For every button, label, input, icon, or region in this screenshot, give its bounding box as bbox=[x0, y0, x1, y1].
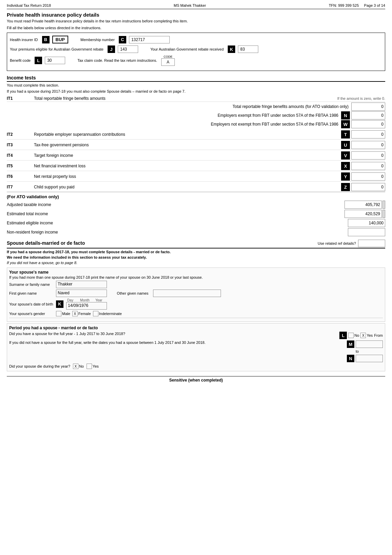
it2-row: IT2 Reportable employer superannuation c… bbox=[7, 130, 385, 140]
non-resident-value[interactable] bbox=[348, 228, 385, 236]
income-tests-title: Income tests bbox=[7, 75, 385, 82]
footer-text: Sensitive (when completed) bbox=[169, 378, 223, 383]
premiums-code-box: J bbox=[108, 45, 115, 53]
gender-female-checkbox[interactable]: X bbox=[72, 311, 78, 316]
gender-indeterminate-checkbox[interactable] bbox=[93, 311, 98, 316]
estimated-eligible-label: Estimated eligible income bbox=[7, 221, 348, 225]
died-row: Did your spouse die during the year? X N… bbox=[9, 364, 383, 369]
membership-code-box: C bbox=[119, 36, 126, 43]
other-given-value[interactable] bbox=[153, 290, 221, 297]
from-value[interactable] bbox=[356, 340, 383, 348]
it7-title: Child support you paid bbox=[34, 185, 341, 189]
dob-value[interactable]: 14/09/1976 bbox=[66, 302, 107, 310]
spouse-section: Spouse details-married or de facto Use r… bbox=[7, 240, 385, 371]
date-fields-group: M to N bbox=[347, 340, 383, 362]
health-insurer-label: Health insurer ID bbox=[10, 38, 38, 42]
header-right: TFN: 999 399 525 Page 3 of 14 bbox=[329, 3, 385, 7]
died-yes-checkbox[interactable] bbox=[87, 364, 92, 369]
private-health-desc2: Fill all the labels below unless directe… bbox=[7, 26, 385, 30]
code-value[interactable]: A bbox=[161, 58, 175, 66]
full-year-label: Did you have a spouse for the full year … bbox=[9, 332, 336, 336]
it1-notexempt-value[interactable]: 0 bbox=[351, 120, 385, 128]
adjusted-taxable-label: Adjusted taxable income bbox=[7, 202, 344, 207]
it1-total-value[interactable]: 0 bbox=[351, 103, 385, 111]
header-page: Page 3 of 14 bbox=[364, 3, 385, 7]
use-related-ref-group: Use related ref details? bbox=[318, 240, 385, 247]
full-year-yes-checkbox[interactable]: X bbox=[360, 333, 366, 338]
died-label: Did your spouse die during the year? bbox=[9, 364, 70, 368]
died-no-checkbox[interactable]: X bbox=[73, 364, 78, 369]
full-year-no-checkbox[interactable] bbox=[348, 333, 354, 338]
adjusted-taxable-bar bbox=[382, 201, 385, 209]
it5-label: IT5 bbox=[7, 164, 34, 168]
header-tfn: TFN: 999 399 525 bbox=[329, 3, 359, 7]
full-year-no-item: No bbox=[348, 333, 359, 338]
policy-row-1: Health insurer ID B BUP Membership numbe… bbox=[10, 36, 382, 43]
it1-title: Total reportable fringe benefits amounts bbox=[34, 96, 317, 101]
spouse-name-title: Your spouse's name bbox=[9, 270, 383, 275]
premiums-value[interactable]: 143 bbox=[118, 45, 138, 53]
it2-title: Reportable employer superannuation contr… bbox=[34, 132, 341, 137]
it1-exempt-value[interactable]: 0 bbox=[351, 111, 385, 119]
died-yes-item: Yes bbox=[87, 364, 99, 369]
full-year-yes-item: X Yes bbox=[360, 333, 373, 338]
it6-value[interactable]: 0 bbox=[351, 172, 385, 181]
it7-code: Z bbox=[341, 183, 350, 191]
gender-female-label: Female bbox=[78, 312, 91, 316]
govt-rebate-value[interactable]: 83 bbox=[238, 45, 258, 53]
it4-value[interactable]: 0 bbox=[351, 151, 385, 160]
estimated-total-row: Estimated total income 420,529 bbox=[7, 210, 385, 218]
membership-value[interactable]: 132717 bbox=[129, 36, 170, 43]
it5-code: X bbox=[341, 162, 350, 170]
it5-value[interactable]: 0 bbox=[351, 162, 385, 170]
it2-value[interactable]: 0 bbox=[351, 130, 385, 138]
it5-row: IT5 Net financial investment loss X 0 bbox=[7, 161, 385, 171]
use-related-ref-value[interactable] bbox=[358, 240, 385, 247]
died-no-label: No bbox=[79, 364, 84, 368]
gender-indeterminate-label: Indeterminate bbox=[99, 312, 122, 316]
page-header: Individual Tax Return 2018 MS Mahek Thak… bbox=[7, 3, 385, 9]
it4-title: Target foreign income bbox=[34, 153, 341, 158]
income-tests-desc2: If you had a spouse during 2017-18 you m… bbox=[7, 89, 385, 93]
income-tests-desc1: You must complete this section. bbox=[7, 83, 385, 87]
gender-label: Your spouse's gender bbox=[9, 312, 53, 316]
benefit-value[interactable]: 30 bbox=[45, 57, 65, 64]
it3-label: IT3 bbox=[7, 143, 34, 147]
surname-value[interactable]: Thakker bbox=[56, 281, 107, 288]
gender-male-checkbox[interactable] bbox=[56, 311, 61, 316]
it1-label: IT1 bbox=[7, 96, 34, 101]
header-center: MS Mahek Thakker bbox=[174, 3, 206, 7]
full-year-row: Did you have a spouse for the full year … bbox=[9, 332, 383, 339]
benefit-code-box: L bbox=[35, 57, 42, 64]
not-full-year-label: If you did not have a spouse for the ful… bbox=[9, 340, 343, 345]
not-full-year-row: If you did not have a spouse for the ful… bbox=[9, 340, 383, 362]
first-given-value[interactable]: Naved bbox=[56, 290, 107, 297]
it1-row: IT1 Total reportable fringe benefits amo… bbox=[7, 95, 385, 102]
it6-label: IT6 bbox=[7, 174, 34, 179]
adjusted-taxable-row: Adjusted taxable income 405,792 bbox=[7, 201, 385, 209]
full-year-controls: L No X Yes From bbox=[339, 332, 383, 339]
dob-fields: Day Month Year 14/09/1976 bbox=[66, 298, 107, 310]
to-code-box: N bbox=[347, 355, 354, 362]
gender-checkbox-group: Male X Female Indeterminate bbox=[56, 311, 122, 316]
period-title: Period you had a spouse - married or de … bbox=[9, 326, 383, 330]
spouse-desc1-text: If you had a spouse during 2017-18, you … bbox=[7, 250, 171, 254]
to-value[interactable] bbox=[356, 355, 383, 362]
ato-section-title: (For ATO validation only) bbox=[7, 194, 385, 199]
adjusted-taxable-value[interactable]: 405,792 bbox=[344, 201, 382, 209]
to-date-row: N bbox=[347, 355, 383, 362]
to-label: to bbox=[347, 349, 383, 353]
spouse-goto: If you did not have a spouse, go to page… bbox=[7, 261, 385, 265]
it5-title: Net financial investment loss bbox=[34, 164, 341, 168]
estimated-total-value[interactable]: 420,529 bbox=[344, 210, 382, 218]
premiums-label: Your premiums eligible for Australian Go… bbox=[10, 47, 104, 51]
first-given-label: First given name bbox=[9, 291, 53, 295]
it6-title: Net rental property loss bbox=[34, 174, 341, 179]
header-left: Individual Tax Return 2018 bbox=[7, 3, 51, 7]
estimated-eligible-value[interactable]: 140,000 bbox=[348, 219, 385, 227]
surname-label: Surname or family name bbox=[9, 282, 53, 286]
spouse-desc2: We need the information included in this… bbox=[7, 255, 385, 259]
it3-value[interactable]: 0 bbox=[351, 141, 385, 149]
it7-value[interactable]: 0 bbox=[351, 183, 385, 191]
code-label: CODE bbox=[164, 55, 172, 58]
